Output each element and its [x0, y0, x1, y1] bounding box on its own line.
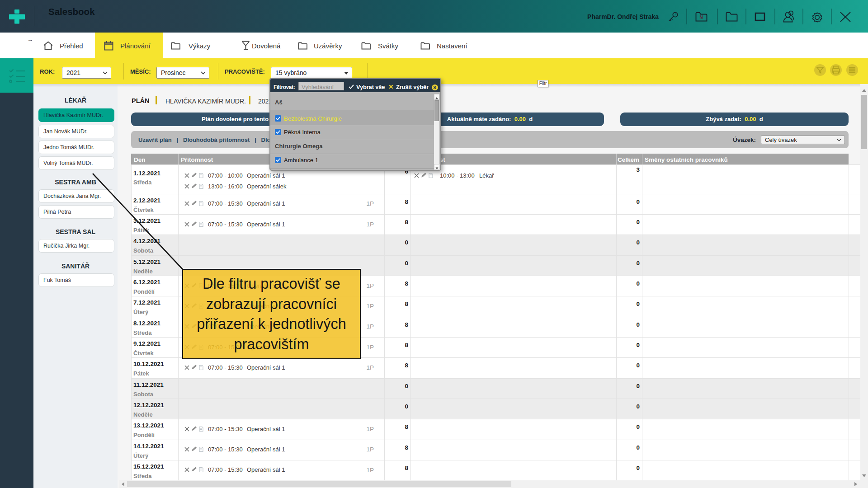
svg-text:N: N — [699, 15, 703, 20]
